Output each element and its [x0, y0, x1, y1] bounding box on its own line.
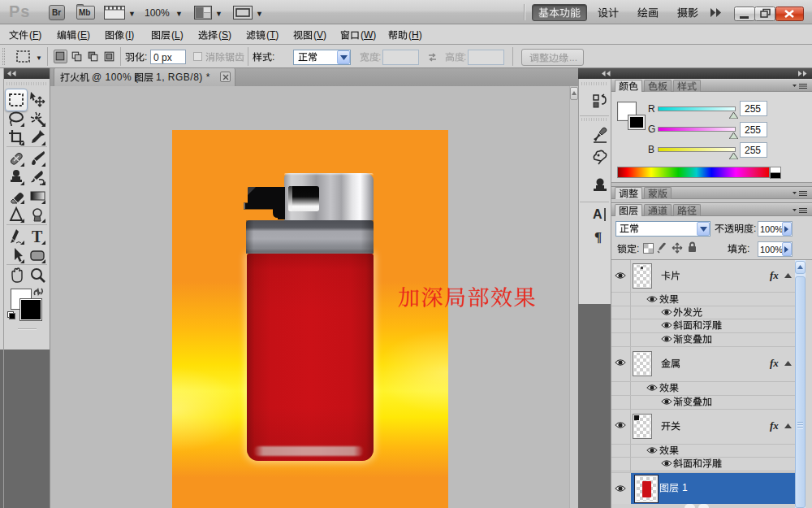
svg-text:¶: ¶ [594, 229, 602, 245]
svg-text:A: A [593, 207, 603, 221]
svg-text:T: T [32, 228, 43, 245]
